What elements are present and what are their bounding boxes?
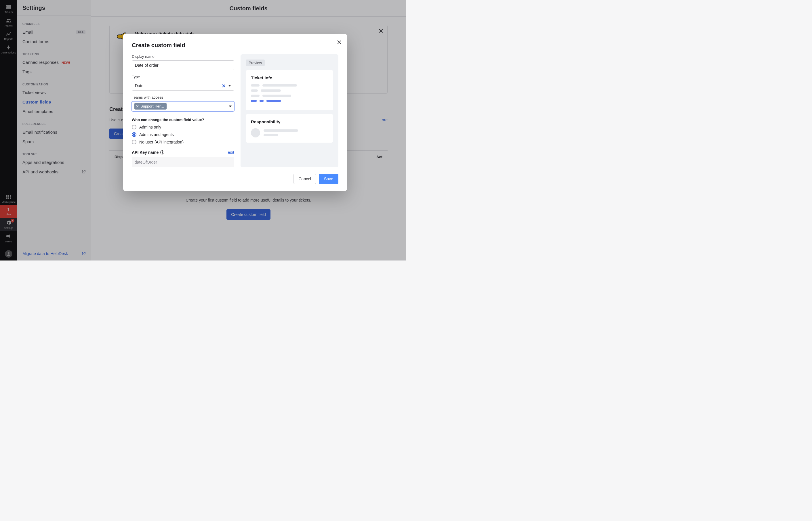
preview-card-title: Ticket info xyxy=(251,75,328,80)
info-icon[interactable]: i xyxy=(160,150,164,154)
modal-title: Create custom field xyxy=(132,42,338,49)
avatar-placeholder xyxy=(251,128,260,137)
radio-icon xyxy=(132,125,136,129)
preview-ticket-info: Ticket info xyxy=(246,70,333,110)
chip-label: Support Her… xyxy=(140,104,164,108)
type-value: Date xyxy=(135,83,144,88)
preview-responsibility: Responsibility xyxy=(246,114,333,143)
api-key-value: dateOfOrder xyxy=(132,157,234,167)
teams-label: Teams with access xyxy=(132,95,234,99)
type-select[interactable]: Date xyxy=(132,81,234,91)
team-chip: Support Her… xyxy=(134,103,167,110)
radio-label: No user (API integration) xyxy=(139,140,183,144)
api-key-label: API Key name i xyxy=(132,150,164,155)
create-custom-field-modal: Create custom field Display name Type Da… xyxy=(123,34,347,191)
teams-multiselect[interactable]: Support Her… xyxy=(132,101,234,111)
radio-icon xyxy=(132,132,136,137)
perm-option-admins-only[interactable]: Admins only xyxy=(132,125,234,129)
close-icon[interactable] xyxy=(337,40,341,44)
modal-form: Display name Type Date Teams with access xyxy=(132,54,234,167)
preview-card-title: Responsibility xyxy=(251,119,328,124)
save-button[interactable]: Save xyxy=(319,174,338,184)
perm-option-admins-agents[interactable]: Admins and agents xyxy=(132,132,234,137)
display-name-label: Display name xyxy=(132,54,234,59)
cancel-button[interactable]: Cancel xyxy=(293,174,316,184)
radio-label: Admins only xyxy=(139,125,161,129)
chevron-down-icon xyxy=(228,85,231,87)
preview-tag: Preview xyxy=(246,60,265,66)
type-label: Type xyxy=(132,75,234,79)
preview-panel: Preview Ticket info Responsibility xyxy=(241,54,338,167)
display-name-input[interactable] xyxy=(132,60,234,70)
radio-label: Admins and agents xyxy=(139,132,174,137)
radio-icon xyxy=(132,140,136,144)
api-edit-link[interactable]: edit xyxy=(227,150,234,155)
chevron-down-icon xyxy=(229,106,232,107)
perm-option-no-user[interactable]: No user (API integration) xyxy=(132,140,234,144)
clear-icon[interactable] xyxy=(222,84,225,87)
chip-remove-icon[interactable] xyxy=(136,105,139,108)
perm-label: Who can change the custom field value? xyxy=(132,118,234,122)
